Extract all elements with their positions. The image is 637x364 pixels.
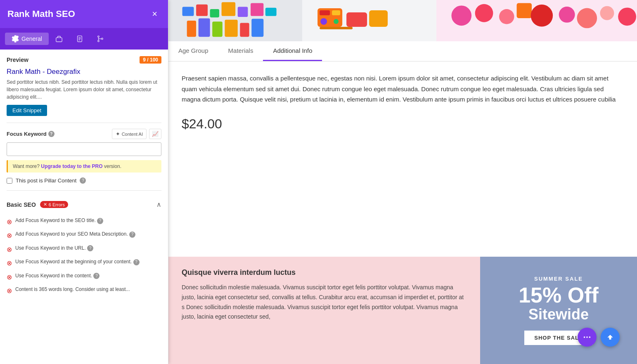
gear-icon [12,35,19,43]
trend-button[interactable]: 📈 [149,129,161,139]
preview-title[interactable]: Rank Math - Deezgrafix [7,68,161,76]
scroll-float-button[interactable] [601,328,620,347]
pillar-label: This post is Pillar Content [16,177,76,184]
svg-point-35 [559,7,575,23]
content-tabs: Age Group Materials Additional Info [168,41,637,61]
seo-item-text-2: Add Focus Keyword to your SEO Meta Descr… [15,231,161,238]
svg-point-37 [600,6,614,20]
svg-rect-20 [240,23,249,37]
orange-toy-svg [302,0,436,41]
error-icon-2: ⊗ [7,231,12,240]
sale-percent: 15% Off [519,284,599,306]
summer-sale-label: SUMMER SALE [534,276,583,282]
pillar-content-row: This post is Pillar Content ? [7,177,161,184]
svg-rect-0 [56,38,62,42]
preview-label: Preview [7,57,28,63]
preview-description: Sed porttitor lectus nibh. Sed porttitor… [7,78,161,101]
tab-social[interactable] [49,33,69,45]
svg-rect-28 [369,10,388,27]
panel-header: Rank Math SEO × [0,0,168,28]
card-pink-text: Donec sollicitudin molestie malesuada. V… [182,283,467,322]
svg-rect-24 [332,10,340,15]
seo-help-icon-1[interactable]: ? [97,218,103,224]
tab-general-label: General [21,35,42,42]
pillar-checkbox[interactable] [7,178,12,184]
pink-toy-svg [436,0,637,41]
content-ai-icon: ✦ [116,131,120,137]
svg-point-38 [618,7,636,26]
svg-rect-16 [187,21,196,37]
svg-point-40 [586,336,588,338]
svg-point-36 [577,8,597,28]
basic-seo-title: Basic SEO [7,201,36,208]
close-button[interactable]: × [149,8,161,20]
error-icon-5: ⊗ [7,273,12,282]
svg-rect-33 [516,3,531,18]
seo-items: ⊗ Add Focus Keyword to the SEO title. ? … [7,213,161,298]
document-icon [76,35,83,43]
svg-rect-9 [182,7,194,16]
error-icon-3: ⊗ [7,245,12,254]
focus-keyword-label: Focus Keyword ? [7,131,54,137]
seo-item: ⊗ Add Focus Keyword to the SEO title. ? [7,215,161,229]
card-blue: SUMMER SALE 15% Off Sitewide SHOP THE SA… [480,257,637,364]
divider-1 [7,123,161,123]
tab-additional-info[interactable]: Additional Info [263,41,322,61]
basic-seo-left: Basic SEO ✕ 6 Errors [7,201,68,208]
seo-item-4: ⊗ Use Focus Keyword at the beginning of … [7,256,161,270]
product-image-1 [168,0,302,41]
svg-rect-18 [212,21,223,37]
product-image-3 [436,0,637,41]
keyword-input[interactable] [7,142,161,156]
svg-point-41 [589,336,591,338]
product-image-2 [302,0,436,41]
focus-keyword-header: Focus Keyword ? ✦ Content AI 📈 [7,129,161,139]
svg-rect-29 [320,27,353,29]
chat-float-button[interactable] [578,328,597,347]
price: $24.00 [182,116,624,132]
tab-materials[interactable]: Materials [218,41,263,61]
collapse-icon: ∧ [156,201,161,208]
svg-point-26 [334,19,339,24]
content-ai-button[interactable]: ✦ Content AI [112,129,147,139]
edit-snippet-button[interactable]: Edit Snippet [7,105,47,116]
basic-seo-section: Basic SEO ✕ 6 Errors ∧ ⊗ Add Focus Keywo… [7,196,161,298]
focus-keyword-actions: ✦ Content AI 📈 [112,129,161,139]
tab-general[interactable]: General [5,33,49,45]
svg-rect-23 [320,10,330,15]
bottom-cards: Quisque viverra interdum luctus Donec so… [168,257,637,364]
seo-help-icon-4[interactable]: ? [133,259,140,265]
preview-section: Preview 9 / 100 Rank Math - Deezgrafix S… [7,56,161,116]
svg-point-39 [584,336,585,338]
tab-age-group[interactable]: Age Group [168,41,218,61]
card-pink: Quisque viverra interdum luctus Donec so… [168,257,480,364]
seo-item-2: ⊗ Add Focus Keyword to your SEO Meta Des… [7,229,161,242]
focus-keyword-help-icon[interactable]: ? [48,131,54,137]
svg-point-6 [98,40,99,42]
seo-help-icon-5[interactable]: ? [93,273,99,279]
basic-seo-header[interactable]: Basic SEO ✕ 6 Errors ∧ [7,196,161,213]
seo-help-icon-2[interactable]: ? [129,232,135,238]
seo-item-6: ⊗ Content is 365 words long. Consider us… [7,284,161,298]
svg-rect-15 [265,8,277,16]
arrow-up-icon [606,333,614,341]
svg-rect-17 [199,18,210,37]
main-content: Praesent sapien massa, convallis a pelle… [168,61,637,257]
floating-buttons [578,328,620,347]
svg-rect-27 [346,12,367,27]
seo-item-5: ⊗ Use Focus Keyword in the content. ? [7,270,161,284]
tab-schema[interactable] [69,33,90,45]
svg-point-31 [475,4,493,22]
tab-advanced[interactable] [90,33,111,45]
seo-help-icon-3[interactable]: ? [87,245,93,251]
error-icon-1: ⊗ [7,217,12,227]
preview-header: Preview 9 / 100 [7,56,161,64]
pillar-help-icon[interactable]: ? [80,177,86,184]
svg-point-7 [102,38,103,40]
upgrade-notice: Want more? Upgrade today to the PRO vers… [7,160,161,173]
score-badge: 9 / 100 [140,56,161,64]
content-description: Praesent sapien massa, convallis a pelle… [182,73,624,105]
images-row [168,0,637,41]
svg-rect-19 [225,20,237,37]
upgrade-link[interactable]: Upgrade today to the PRO [41,163,102,169]
